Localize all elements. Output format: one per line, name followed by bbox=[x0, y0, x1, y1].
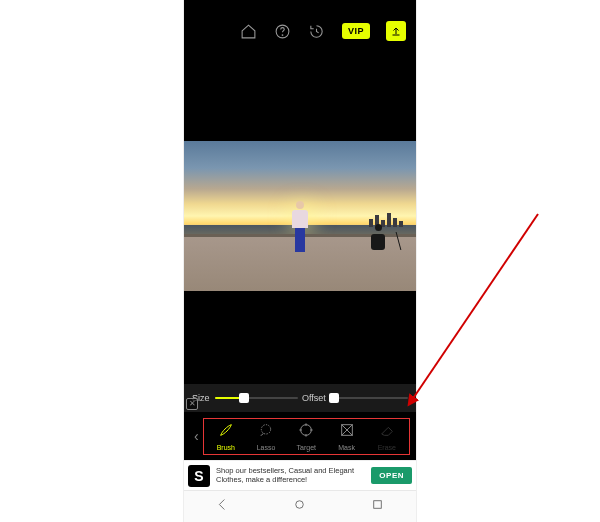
offset-slider-group: Offset bbox=[302, 393, 408, 403]
phone-frame: VIP Size Offset bbox=[183, 0, 417, 522]
back-chevron-icon[interactable]: ‹ bbox=[190, 428, 203, 444]
ad-text: Shop our bestsellers, Casual and Elegant… bbox=[216, 467, 365, 484]
ad-banner[interactable]: S Shop our bestsellers, Casual and Elega… bbox=[184, 460, 416, 490]
svg-point-2 bbox=[261, 424, 270, 433]
offset-label: Offset bbox=[302, 393, 326, 403]
tool-erase: Erase bbox=[369, 422, 405, 451]
svg-line-7 bbox=[412, 214, 538, 400]
erase-icon bbox=[379, 422, 395, 442]
tool-target[interactable]: Target bbox=[288, 422, 324, 451]
svg-point-1 bbox=[283, 34, 284, 35]
nav-home-icon[interactable] bbox=[292, 497, 307, 516]
help-icon[interactable] bbox=[274, 22, 292, 40]
photo-preview bbox=[184, 141, 416, 291]
export-button[interactable] bbox=[386, 21, 406, 41]
tool-container: BrushLassoTargetMaskErase bbox=[203, 418, 410, 455]
ad-open-button[interactable]: OPEN bbox=[371, 467, 412, 484]
status-bar bbox=[184, 0, 416, 14]
home-icon[interactable] bbox=[240, 22, 258, 40]
ad-close-icon[interactable]: ✕ bbox=[186, 398, 198, 410]
ad-logo: S bbox=[188, 465, 210, 487]
svg-point-5 bbox=[296, 501, 304, 509]
nav-back-icon[interactable] bbox=[215, 497, 230, 516]
tool-label: Erase bbox=[378, 444, 396, 451]
size-slider-group: Size bbox=[192, 393, 298, 403]
svg-point-3 bbox=[301, 424, 312, 435]
slider-panel: Size Offset bbox=[184, 384, 416, 412]
svg-rect-6 bbox=[374, 501, 382, 509]
nav-recent-icon[interactable] bbox=[370, 497, 385, 516]
brush-icon bbox=[218, 422, 234, 442]
tool-mask[interactable]: Mask bbox=[329, 422, 365, 451]
tool-lasso[interactable]: Lasso bbox=[248, 422, 284, 451]
tool-label: Target bbox=[297, 444, 316, 451]
vip-badge[interactable]: VIP bbox=[342, 23, 370, 39]
target-icon bbox=[298, 422, 314, 442]
app-top-bar: VIP bbox=[184, 14, 416, 48]
history-icon[interactable] bbox=[308, 22, 326, 40]
size-slider-thumb[interactable] bbox=[239, 393, 249, 403]
tool-label: Mask bbox=[338, 444, 355, 451]
annotation-arrow bbox=[398, 204, 548, 414]
tool-row: ‹ BrushLassoTargetMaskErase ✕ bbox=[184, 412, 416, 460]
editor-canvas[interactable] bbox=[184, 48, 416, 384]
tool-label: Brush bbox=[217, 444, 235, 451]
lasso-icon bbox=[258, 422, 274, 442]
system-nav-bar bbox=[184, 490, 416, 522]
offset-slider[interactable] bbox=[331, 397, 408, 399]
size-slider[interactable] bbox=[215, 397, 298, 399]
offset-slider-thumb[interactable] bbox=[329, 393, 339, 403]
mask-icon bbox=[339, 422, 355, 442]
tool-label: Lasso bbox=[257, 444, 276, 451]
tool-brush[interactable]: Brush bbox=[208, 422, 244, 451]
